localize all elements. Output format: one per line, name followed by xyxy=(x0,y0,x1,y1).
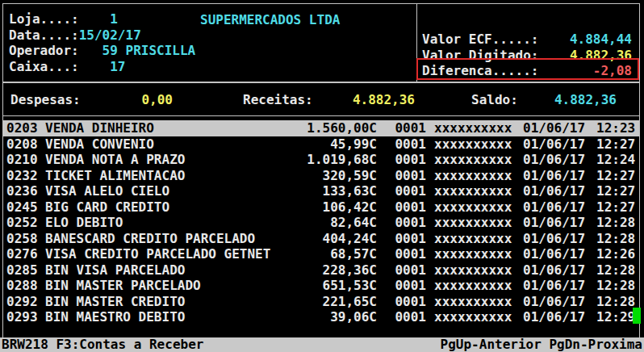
row-time: 12:28 xyxy=(596,294,635,310)
row-masked-ref: xxxxxxxxxx xyxy=(434,309,512,325)
row-masked-ref: xxxxxxxxxx xyxy=(434,262,512,279)
row-document: 0001 xyxy=(395,278,426,294)
company-name: SUPERMERCADOS LTDA xyxy=(200,12,340,28)
table-row[interactable]: 0285 BIN VISA PARCELADO 228,36C 0001 xxx… xyxy=(3,262,639,279)
row-description: VENDA NOTA A PRAZO xyxy=(45,152,280,168)
loja-value: 1 xyxy=(79,11,118,27)
row-amount: 651,53C xyxy=(280,278,377,294)
table-row[interactable]: 0293 BIN MAESTRO DEBITO 39,06C 0001 xxxx… xyxy=(3,309,639,325)
row-masked-ref: xxxxxxxxxx xyxy=(434,278,512,294)
row-time: 12:27 xyxy=(596,136,635,153)
row-description: VISA ALELO CIELO xyxy=(45,183,280,199)
f3-hint[interactable]: F3:Contas a Receber xyxy=(56,337,203,352)
row-code: 0210 xyxy=(6,152,45,168)
row-date: 01/06/17 xyxy=(523,136,586,153)
row-time: 12:29 xyxy=(596,309,635,325)
row-date: 01/06/17 xyxy=(523,120,586,136)
table-row[interactable]: 0252 ELO DEBITO 82,64C 0001 xxxxxxxxxx 0… xyxy=(3,215,639,231)
row-masked-ref: xxxxxxxxxx xyxy=(434,152,512,168)
table-row[interactable]: 0288 BIN MASTER PARCELADO 651,53C 0001 x… xyxy=(3,278,639,294)
row-code: 0232 xyxy=(6,168,45,184)
row-document: 0001 xyxy=(395,120,426,136)
table-row[interactable]: 0292 BIN MASTER CREDITO 221,65C 0001 xxx… xyxy=(3,294,639,310)
data-value: 15/02/17 xyxy=(79,27,141,43)
operador-label: Operador: xyxy=(9,43,79,58)
row-time: 12:27 xyxy=(596,199,635,216)
row-masked-ref: xxxxxxxxxx xyxy=(434,183,512,199)
row-description: BIG CARD CREDITO xyxy=(45,199,280,216)
row-date: 01/06/17 xyxy=(523,152,586,168)
valor-digitado-label: Valor Digitado: xyxy=(422,48,539,64)
table-row[interactable]: 0245 BIG CARD CREDITO 106,42C 0001 xxxxx… xyxy=(3,199,639,216)
row-date: 01/06/17 xyxy=(523,262,586,279)
row-amount: 82,64C xyxy=(280,215,377,231)
caixa-value: 17 xyxy=(79,59,126,74)
row-document: 0001 xyxy=(395,215,426,231)
row-description: VENDA DINHEIRO xyxy=(45,120,280,136)
status-bar: BRW218 F3:Contas a Receber PgUp-Anterior… xyxy=(0,337,644,352)
row-document: 0001 xyxy=(395,152,426,168)
screen-code: BRW218 xyxy=(2,337,48,352)
row-time: 12:28 xyxy=(596,215,635,231)
row-code: 0203 xyxy=(6,120,45,136)
table-row[interactable]: 0208 VENDA CONVENIO 45,99C 0001 xxxxxxxx… xyxy=(3,136,639,153)
row-time: 12:28 xyxy=(596,262,635,279)
row-code: 0208 xyxy=(6,136,45,153)
despesas-value: 0,00 xyxy=(81,92,173,108)
row-document: 0001 xyxy=(395,294,426,310)
row-description: BIN VISA PARCELADO xyxy=(45,262,280,279)
row-date: 01/06/17 xyxy=(523,183,586,199)
table-row[interactable]: 0258 BANESCARD CREDITO PARCELADO 404,24C… xyxy=(3,231,639,247)
row-document: 0001 xyxy=(395,246,426,262)
pgup-hint[interactable]: PgUp-Anterior xyxy=(441,337,542,352)
row-date: 01/06/17 xyxy=(523,231,586,247)
despesas-label: Despesas: xyxy=(10,92,81,108)
row-masked-ref: xxxxxxxxxx xyxy=(434,136,512,153)
table-row[interactable]: 0232 TICKET ALIMENTACAO 320,59C 0001 xxx… xyxy=(3,168,639,184)
table-row[interactable]: 0210 VENDA NOTA A PRAZO 1.019,68C 0001 x… xyxy=(3,152,639,168)
row-code: 0258 xyxy=(6,231,45,247)
row-document: 0001 xyxy=(395,199,426,216)
table-row[interactable]: 0236 VISA ALELO CIELO 133,63C 0001 xxxxx… xyxy=(3,183,639,199)
row-masked-ref: xxxxxxxxxx xyxy=(434,120,512,136)
row-masked-ref: xxxxxxxxxx xyxy=(434,294,512,310)
row-amount: 221,65C xyxy=(280,294,377,310)
row-time: 12:28 xyxy=(596,278,635,294)
valor-digitado-value: 4.882,36 xyxy=(539,48,633,64)
row-description: TICKET ALIMENTACAO xyxy=(45,168,280,184)
row-document: 0001 xyxy=(395,262,426,279)
row-description: BIN MASTER PARCELADO xyxy=(45,278,280,294)
valor-ecf-value: 4.884,44 xyxy=(539,31,633,48)
row-time: 12:27 xyxy=(596,183,635,199)
table-row[interactable]: 0203 VENDA DINHEIRO 1.560,00C 0001 xxxxx… xyxy=(3,120,639,136)
row-code: 0236 xyxy=(6,183,45,199)
row-description: BIN MAESTRO DEBITO xyxy=(45,309,280,325)
row-document: 0001 xyxy=(395,136,426,153)
row-time: 12:28 xyxy=(596,231,635,247)
row-document: 0001 xyxy=(395,231,426,247)
cursor-block xyxy=(633,308,641,324)
row-amount: 404,24C xyxy=(280,231,377,247)
valor-ecf-label: Valor ECF.....: xyxy=(422,31,539,48)
transactions-panel: 0203 VENDA DINHEIRO 1.560,00C 0001 xxxxx… xyxy=(2,115,640,337)
row-masked-ref: xxxxxxxxxx xyxy=(434,168,512,184)
row-code: 0292 xyxy=(6,294,45,310)
receitas-label: Receitas: xyxy=(243,92,313,108)
diferenca-row: Diferenca.....: -2,08 xyxy=(422,63,632,79)
summary-panel: Despesas: 0,00 Receitas: 4.882,36 Saldo:… xyxy=(2,82,640,115)
pgdn-hint[interactable]: PgDn-Proxima xyxy=(549,337,642,352)
row-date: 01/06/17 xyxy=(523,246,586,262)
row-description: ELO DEBITO xyxy=(45,215,280,231)
row-code: 0293 xyxy=(6,309,45,325)
row-description: VENDA CONVENIO xyxy=(45,136,280,153)
row-time: 12:23 xyxy=(596,120,635,136)
row-code: 0252 xyxy=(6,215,45,231)
row-date: 01/06/17 xyxy=(523,294,586,310)
receitas-value: 4.882,36 xyxy=(313,92,415,108)
row-code: 0285 xyxy=(6,262,45,279)
row-code: 0288 xyxy=(6,278,45,294)
totals-panel: Valor ECF.....: 4.884,44 Valor Digitado:… xyxy=(416,3,642,82)
table-row[interactable]: 0276 VISA CREDITO PARCELADO GETNET 68,57… xyxy=(3,246,639,262)
row-date: 01/06/17 xyxy=(523,309,586,325)
row-time: 12:24 xyxy=(596,152,635,168)
